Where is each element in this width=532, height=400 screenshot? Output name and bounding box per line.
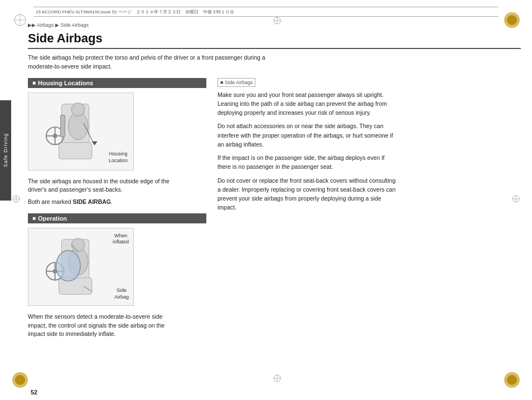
sidebar-tab: Safe Driving bbox=[0, 100, 11, 201]
housing-diagram: HousingLocation bbox=[28, 92, 134, 170]
housing-section-title: Housing Locations bbox=[38, 80, 93, 86]
header-file-info: 15 ACCORD FHEV-31T3W6100.book 52 ページ ２０１… bbox=[36, 9, 234, 15]
warning-para-4: Do not cover or replace the front seat-b… bbox=[217, 176, 396, 212]
breadcrumb-text: ▶▶ Airbags ▶ Side Airbags bbox=[28, 22, 89, 28]
svg-point-27 bbox=[53, 133, 57, 138]
sidebar-tab-label: Safe Driving bbox=[3, 133, 8, 167]
housing-bold-note: SIDE AIRBAG bbox=[73, 198, 111, 205]
svg-point-39 bbox=[71, 238, 85, 251]
main-content: ▶▶ Airbags ▶ Side Airbags Side Airbags T… bbox=[11, 22, 521, 378]
operation-description: When the sensors detect a moderate-to-se… bbox=[28, 313, 173, 339]
svg-point-46 bbox=[56, 250, 80, 281]
warning-para-3: If the impact is on the passenger side, … bbox=[217, 153, 396, 172]
housing-text-block: The side airbags are housed in the outsi… bbox=[28, 177, 206, 207]
warning-para-2: Do not attach accessories on or near the… bbox=[217, 121, 396, 149]
when-inflated-label: Wheninflated bbox=[113, 233, 129, 246]
operation-section-title: Operation bbox=[38, 215, 67, 222]
warning-text: Make sure you and your front seat passen… bbox=[217, 90, 396, 212]
svg-rect-23 bbox=[59, 142, 92, 159]
operation-text-block: When the sensors detect a moderate-to-se… bbox=[28, 313, 206, 339]
housing-note: Both are marked SIDE AIRBAG. bbox=[28, 198, 173, 207]
housing-note-text: Both are marked bbox=[28, 198, 73, 205]
warning-header: ■ Side Airbags bbox=[217, 78, 255, 87]
svg-rect-32 bbox=[61, 115, 65, 136]
operation-section-header: Operation bbox=[28, 213, 206, 223]
two-col-layout: Housing Locations bbox=[28, 78, 521, 339]
operation-diagram: Wheninflated SideAirbag bbox=[28, 228, 134, 306]
left-column: Housing Locations bbox=[28, 78, 206, 339]
housing-location-label: HousingLocation bbox=[109, 151, 128, 164]
header-bar: 15 ACCORD FHEV-31T3W6100.book 52 ページ ２０１… bbox=[33, 7, 499, 17]
warning-para-1: Make sure you and your front seat passen… bbox=[217, 90, 396, 118]
svg-point-25 bbox=[71, 103, 85, 116]
housing-section-header: Housing Locations bbox=[28, 78, 206, 88]
right-column: ■ Side Airbags Make sure you and your fr… bbox=[217, 78, 521, 339]
intro-text: The side airbags help protect the torso … bbox=[28, 53, 284, 71]
page-title: Side Airbags bbox=[28, 31, 521, 49]
breadcrumb: ▶▶ Airbags ▶ Side Airbags bbox=[28, 22, 521, 28]
page-number: 52 bbox=[31, 389, 37, 396]
housing-description: The side airbags are housed in the outsi… bbox=[28, 177, 173, 195]
side-airbag-label: SideAirbag bbox=[114, 287, 129, 300]
